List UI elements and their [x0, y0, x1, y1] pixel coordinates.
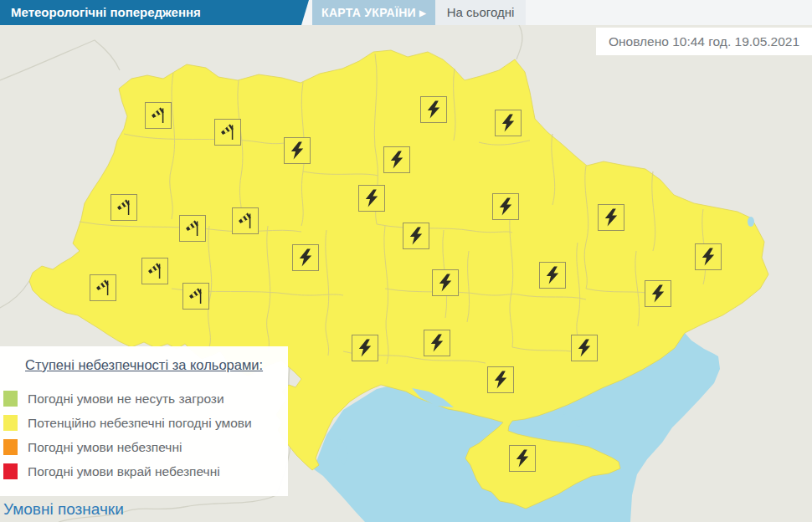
thunderstorm-icon[interactable] [645, 281, 671, 307]
strong-wind-icon[interactable] [146, 103, 172, 129]
map-symbols-link[interactable]: Умовні позначки [3, 500, 124, 519]
strong-wind-icon[interactable] [233, 208, 259, 234]
strong-wind-icon[interactable] [215, 120, 241, 146]
thunderstorm-icon[interactable] [285, 138, 311, 164]
thunderstorm-icon[interactable] [493, 194, 519, 220]
thunderstorm-icon[interactable] [696, 244, 722, 270]
tab-label: На сьогодні [447, 5, 515, 19]
strong-wind-icon[interactable] [142, 258, 168, 284]
thunderstorm-icon[interactable] [510, 446, 536, 472]
legend-swatch-orange [3, 439, 18, 455]
tab-label: КАРТА УКРАЇНИ [321, 6, 416, 19]
thunderstorm-icon[interactable] [403, 223, 429, 249]
legend-item-potentially-dangerous: Потенційно небезпечні погодні умови [0, 411, 288, 435]
thunderstorm-icon[interactable] [424, 330, 450, 356]
legend-items: Погодні умови не несуть загрози Потенцій… [0, 386, 288, 484]
tab-label: Метеорологічні попередження [11, 5, 201, 19]
strong-wind-icon[interactable] [111, 195, 137, 221]
weather-warning-page: Метеорологічні попередження КАРТА УКРАЇН… [0, 0, 812, 522]
strong-wind-icon[interactable] [180, 216, 206, 242]
thunderstorm-icon[interactable] [359, 186, 385, 212]
tab-meteorological-warnings[interactable]: Метеорологічні попередження [0, 0, 309, 25]
tab-map-of-ukraine[interactable]: КАРТА УКРАЇНИ▶ [312, 0, 435, 25]
thunderstorm-icon[interactable] [572, 335, 598, 361]
thunderstorm-icon[interactable] [599, 205, 624, 231]
thunderstorm-icon[interactable] [433, 270, 459, 296]
tab-today[interactable]: На сьогодні [435, 0, 526, 25]
legend-item-dangerous: Погодні умови небезпечні [0, 435, 288, 459]
legend-title: Ступені небезпечності за кольорами: [25, 357, 288, 373]
strong-wind-icon[interactable] [90, 275, 116, 301]
thunderstorm-icon[interactable] [421, 97, 447, 123]
strong-wind-icon[interactable] [183, 284, 209, 310]
top-tab-bar: Метеорологічні попередження КАРТА УКРАЇН… [0, 0, 812, 25]
legend-swatch-red [3, 463, 18, 479]
thunderstorm-icon[interactable] [352, 335, 378, 361]
updated-timestamp: Оновлено 10:44 год. 19.05.2021 [596, 28, 812, 55]
legend-item-no-threat: Погодні умови не несуть загрози [0, 386, 288, 411]
thunderstorm-icon[interactable] [488, 367, 514, 393]
thunderstorm-icon[interactable] [384, 147, 410, 173]
thunderstorm-icon[interactable] [496, 110, 522, 136]
legend-item-extremely-dangerous: Погодні умови вкрай небезпечні [0, 459, 288, 484]
legend-swatch-yellow [3, 415, 18, 431]
thunderstorm-icon[interactable] [540, 263, 566, 289]
legend-swatch-green [3, 391, 18, 407]
thunderstorm-icon[interactable] [293, 245, 319, 271]
chevron-right-icon: ▶ [419, 8, 426, 18]
legend-panel: Ступені небезпечності за кольорами: Пого… [0, 346, 288, 496]
